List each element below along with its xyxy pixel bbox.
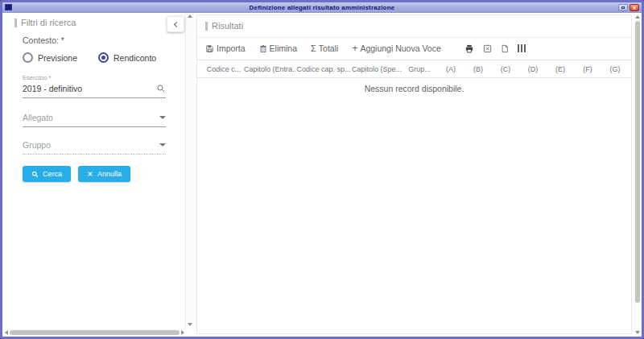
results-toolbar: Importa Elimina Σ Totali xyxy=(197,38,631,60)
plus-icon: + xyxy=(352,43,357,54)
contesto-label: Contesto: * xyxy=(23,35,185,45)
export-excel-button[interactable] xyxy=(483,44,492,53)
contesto-radio-group: Previsione Rendiconto xyxy=(23,52,185,63)
window-content: Filtri di ricerca Contesto: * Previsione… xyxy=(2,13,642,337)
export-pdf-button[interactable] xyxy=(501,44,509,53)
esercizio-field[interactable]: Esercizio * 2019 - definitivo xyxy=(23,74,166,98)
chevron-left-icon xyxy=(173,21,179,27)
column-header[interactable]: Capitolo (Entra... xyxy=(244,65,295,73)
trash-icon xyxy=(259,44,267,53)
totali-button[interactable]: Σ Totali xyxy=(311,43,338,53)
close-icon xyxy=(87,171,93,177)
chevron-down-icon[interactable] xyxy=(159,116,166,119)
scroll-up-arrow[interactable] xyxy=(635,15,640,19)
filters-title-label: Filtri di ricerca xyxy=(21,18,76,27)
gruppo-placeholder: Gruppo xyxy=(23,140,159,150)
esercizio-value[interactable]: 2019 - definitivo xyxy=(23,84,156,93)
filters-panel-title: Filtri di ricerca xyxy=(14,18,185,27)
allegato-placeholder: Allegato xyxy=(23,113,159,122)
column-header[interactable]: Codice c... xyxy=(204,65,244,73)
importa-label: Importa xyxy=(217,43,246,53)
scroll-up-arrow[interactable] xyxy=(188,14,192,18)
column-chooser-button[interactable] xyxy=(518,44,526,52)
aggiungi-label: Aggiungi Nuova Voce xyxy=(360,43,440,53)
titlebar: Definizione allegati risultato amministr… xyxy=(2,2,642,13)
chevron-down-icon[interactable] xyxy=(159,143,166,147)
aggiungi-nuova-voce-button[interactable]: + Aggiungi Nuova Voce xyxy=(352,43,440,54)
radio-rendiconto-label: Rendiconto xyxy=(114,53,156,63)
filter-actions: Cerca Annulla xyxy=(23,166,185,182)
scroll-right-arrow[interactable] xyxy=(181,330,184,335)
collapse-panel-button[interactable] xyxy=(167,16,184,32)
column-header[interactable]: (C) xyxy=(492,65,519,73)
importa-button[interactable]: Importa xyxy=(205,43,246,53)
column-header[interactable]: (A) xyxy=(437,65,464,73)
pdf-file-icon xyxy=(501,44,509,53)
import-icon xyxy=(205,44,214,53)
totali-label: Totali xyxy=(319,43,339,53)
column-header[interactable]: (G) xyxy=(601,65,629,73)
app-window: Definizione allegati risultato amministr… xyxy=(0,0,644,339)
window-controls: ✕ xyxy=(618,4,639,11)
cerca-button[interactable]: Cerca xyxy=(23,166,71,182)
printer-icon xyxy=(464,44,474,53)
sigma-icon: Σ xyxy=(311,43,316,53)
column-header[interactable]: (D) xyxy=(519,65,547,73)
scroll-down-arrow[interactable] xyxy=(188,323,192,326)
column-header[interactable]: (F) xyxy=(574,65,601,73)
annulla-label: Annulla xyxy=(97,170,122,178)
filters-panel: Filtri di ricerca Contesto: * Previsione… xyxy=(2,13,186,337)
close-button[interactable]: ✕ xyxy=(630,4,639,11)
search-lookup-icon[interactable] xyxy=(156,84,166,93)
panel-title-bar xyxy=(205,22,208,31)
print-button[interactable] xyxy=(464,44,474,53)
radio-previsione-label: Previsione xyxy=(38,53,77,63)
empty-records-message: Nessun record disponibile. xyxy=(197,78,631,93)
window-title: Definizione allegati risultato amministr… xyxy=(2,4,642,11)
allegato-dropdown[interactable]: Allegato xyxy=(23,113,166,127)
vertical-scroll-thumb[interactable] xyxy=(635,21,640,303)
scroll-down-arrow[interactable] xyxy=(635,331,640,334)
esercizio-label: Esercizio * xyxy=(23,74,166,81)
elimina-button[interactable]: Elimina xyxy=(259,43,297,53)
column-header[interactable]: (B) xyxy=(464,65,492,73)
results-panel: Risultati Importa xyxy=(196,14,632,334)
toolbar-icon-group xyxy=(464,44,526,53)
column-header[interactable]: Grup... xyxy=(402,65,437,73)
left-panel-horizontal-scrollbar[interactable] xyxy=(3,329,186,336)
results-vertical-scrollbar[interactable] xyxy=(634,14,641,336)
radio-previsione-circle[interactable] xyxy=(23,52,33,63)
radio-previsione[interactable]: Previsione xyxy=(23,52,77,63)
scroll-left-arrow[interactable] xyxy=(5,330,8,335)
restore-icon xyxy=(621,6,625,9)
horizontal-scroll-thumb[interactable] xyxy=(10,330,180,335)
cerca-label: Cerca xyxy=(43,170,62,178)
results-grid-header: Codice c... Capitolo (Entra... Codice ca… xyxy=(197,60,631,78)
gruppo-dropdown[interactable]: Gruppo xyxy=(23,140,166,155)
radio-rendiconto-circle[interactable] xyxy=(98,52,109,63)
excel-export-icon xyxy=(483,44,492,53)
search-icon xyxy=(31,171,39,178)
restore-button[interactable] xyxy=(618,4,628,11)
column-header[interactable]: Capitolo (Spe... xyxy=(352,65,402,73)
columns-icon xyxy=(518,44,526,52)
column-header[interactable]: (E) xyxy=(547,65,574,73)
column-header[interactable]: Codice cap. sp... xyxy=(295,65,352,73)
left-panel-vertical-scrollbar[interactable] xyxy=(186,13,194,328)
panel-title-bar xyxy=(14,19,17,27)
radio-rendiconto[interactable]: Rendiconto xyxy=(98,52,156,63)
results-title-label: Risultati xyxy=(212,21,243,31)
annulla-button[interactable]: Annulla xyxy=(78,166,130,182)
results-panel-title: Risultati xyxy=(197,15,631,37)
elimina-label: Elimina xyxy=(270,43,297,53)
